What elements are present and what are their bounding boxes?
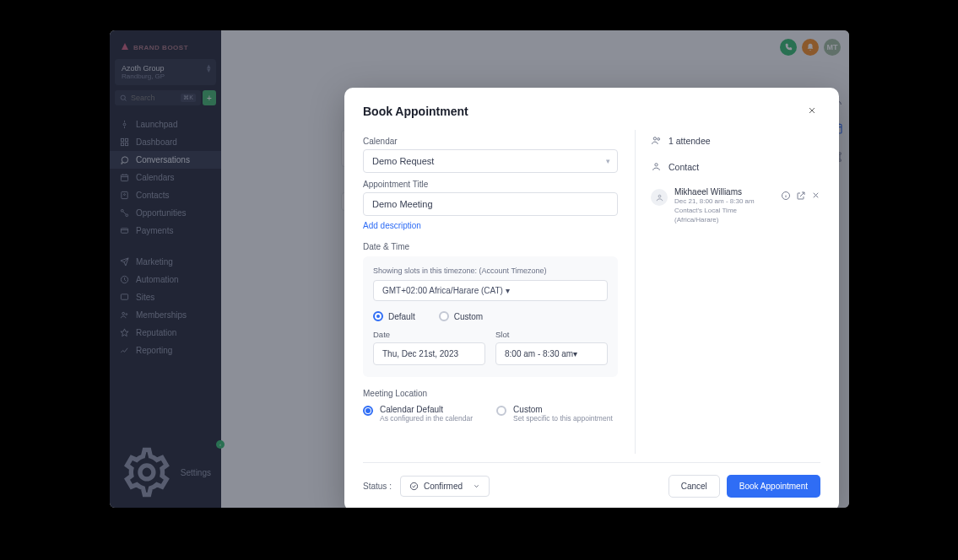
close-icon: [807, 105, 817, 116]
calendar-label: Calendar: [363, 137, 618, 146]
status-label: Status :: [363, 482, 392, 491]
modal-title: Book Appointment: [363, 105, 468, 118]
title-input[interactable]: Demo Meeting: [363, 192, 618, 216]
status-select[interactable]: Confirmed: [400, 476, 490, 497]
radio-icon: [496, 406, 506, 416]
datetime-box: Showing slots in this timezone: (Account…: [363, 256, 618, 377]
svg-point-26: [655, 164, 658, 166]
status-row: Status : Confirmed: [363, 476, 490, 497]
close-button[interactable]: [804, 101, 820, 121]
info-button[interactable]: [781, 191, 791, 202]
slot-select[interactable]: 8:00 am - 8:30 am▾: [495, 342, 608, 365]
mode-custom-radio[interactable]: Custom: [439, 311, 483, 321]
external-link-icon: [796, 191, 806, 201]
attendees-icon: [651, 135, 662, 146]
chevron-down-icon: [473, 482, 480, 490]
close-icon: [811, 191, 820, 200]
open-button[interactable]: [796, 191, 806, 202]
slot-label: Slot: [495, 330, 608, 339]
date-input[interactable]: Thu, Dec 21st, 2023: [373, 342, 485, 365]
add-description-link[interactable]: Add description: [363, 221, 421, 230]
contact-card: Mikhaeel Williams Dec 21, 8:00 am - 8:30…: [651, 182, 820, 230]
person-icon: [655, 193, 664, 202]
chevron-down-icon: ▾: [506, 286, 510, 295]
location-custom-radio[interactable]: Custom Set specific to this appointment: [496, 405, 613, 423]
contact-time: Dec 21, 8:00 am - 8:30 am: [674, 197, 755, 206]
location-default-radio[interactable]: Calendar Default As configured in the ca…: [363, 405, 473, 423]
remove-contact-button[interactable]: [811, 191, 820, 202]
cancel-button[interactable]: Cancel: [668, 475, 720, 498]
contact-localtime: Contact's Local Time: [674, 206, 755, 215]
svg-point-27: [658, 195, 661, 197]
radio-icon: [373, 311, 383, 321]
datetime-label: Date & Time: [363, 242, 618, 251]
title-label: Appointment Title: [363, 180, 618, 189]
chevron-down-icon: ▾: [606, 157, 610, 165]
book-appointment-modal: Book Appointment Calendar Demo Request ▾…: [344, 88, 839, 508]
info-icon: [781, 191, 791, 201]
book-appointment-button[interactable]: Book Appointment: [727, 475, 820, 498]
radio-icon: [363, 406, 373, 416]
svg-point-24: [653, 137, 656, 140]
check-circle-icon: [409, 482, 419, 491]
date-label: Date: [373, 330, 485, 339]
chevron-down-icon: ▾: [573, 349, 577, 358]
mode-default-radio[interactable]: Default: [373, 311, 415, 321]
attendee-count: 1 attendee: [651, 130, 820, 156]
contact-icon: [651, 161, 662, 172]
contact-heading: Contact: [651, 156, 820, 182]
contact-avatar: [651, 189, 668, 206]
radio-icon: [439, 311, 449, 321]
svg-point-25: [658, 138, 660, 141]
location-label: Meeting Location: [363, 389, 618, 398]
timezone-hint: Showing slots in this timezone: (Account…: [373, 267, 608, 275]
contact-name: Mikhaeel Williams: [674, 187, 755, 197]
contact-tz: (Africa/Harare): [674, 215, 755, 224]
timezone-select[interactable]: GMT+02:00 Africa/Harare (CAT) ▾: [373, 280, 608, 301]
svg-point-29: [410, 482, 417, 489]
calendar-select[interactable]: Demo Request ▾: [363, 149, 618, 173]
